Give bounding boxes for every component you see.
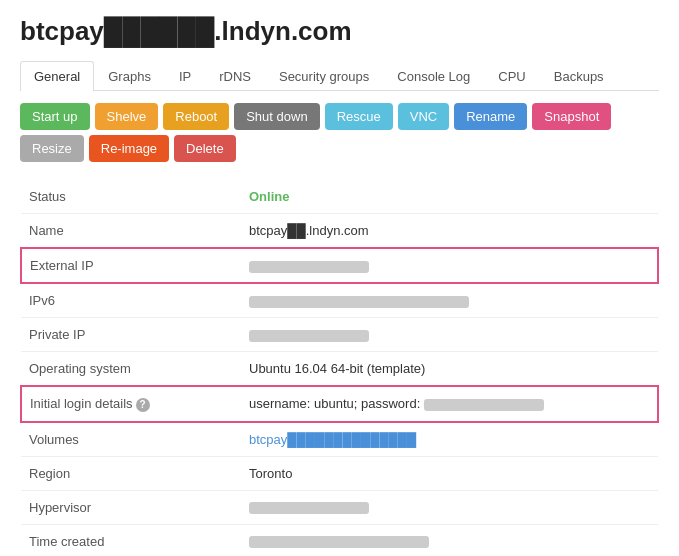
status-value: Online (241, 180, 658, 214)
time-created-label: Time created (21, 524, 241, 556)
vnc-button[interactable]: VNC (398, 103, 449, 130)
shelve-button[interactable]: Shelve (95, 103, 159, 130)
time-created-value (241, 524, 658, 556)
tab-rdns[interactable]: rDNS (205, 61, 265, 91)
tab-security-groups[interactable]: Security groups (265, 61, 383, 91)
re-image-button[interactable]: Re-image (89, 135, 169, 162)
shut-down-button[interactable]: Shut down (234, 103, 319, 130)
rescue-button[interactable]: Rescue (325, 103, 393, 130)
external-ip-value (241, 248, 658, 283)
name-value: btcpay██.lndyn.com (241, 214, 658, 249)
redacted-block (249, 296, 469, 308)
start-up-button[interactable]: Start up (20, 103, 90, 130)
os-label: Operating system (21, 352, 241, 387)
status-online-text: Online (249, 189, 289, 204)
volumes-label: Volumes (21, 422, 241, 457)
redacted-block (249, 536, 429, 548)
reboot-button[interactable]: Reboot (163, 103, 229, 130)
rename-button[interactable]: Rename (454, 103, 527, 130)
os-value: Ubuntu 16.04 64-bit (template) (241, 352, 658, 387)
tab-ip[interactable]: IP (165, 61, 205, 91)
login-details-text: username: ubuntu; password: (249, 396, 424, 411)
external-ip-label: External IP (21, 248, 241, 283)
hypervisor-value (241, 490, 658, 524)
tab-console-log[interactable]: Console Log (383, 61, 484, 91)
ipv6-value (241, 283, 658, 318)
volumes-link[interactable]: btcpay██████████████ (249, 432, 416, 447)
info-table: StatusOnlineNamebtcpay██.lndyn.comExtern… (20, 180, 659, 556)
snapshot-button[interactable]: Snapshot (532, 103, 611, 130)
status-label: Status (21, 180, 241, 214)
region-value: Toronto (241, 456, 658, 490)
delete-button[interactable]: Delete (174, 135, 236, 162)
volumes-value: btcpay██████████████ (241, 422, 658, 457)
login-details-help-icon[interactable]: ? (136, 398, 150, 412)
redacted-block (249, 330, 369, 342)
resize-button[interactable]: Resize (20, 135, 84, 162)
tab-general[interactable]: General (20, 61, 94, 91)
name-label: Name (21, 214, 241, 249)
page-title: btcpay██████.lndyn.com (20, 16, 659, 47)
hypervisor-label: Hypervisor (21, 490, 241, 524)
password-redacted (424, 399, 544, 411)
redacted-block (249, 261, 369, 273)
tab-backups[interactable]: Backups (540, 61, 618, 91)
private-ip-label: Private IP (21, 318, 241, 352)
action-buttons: Start upShelveRebootShut downRescueVNCRe… (20, 103, 659, 162)
private-ip-value (241, 318, 658, 352)
tab-graphs[interactable]: Graphs (94, 61, 165, 91)
ipv6-label: IPv6 (21, 283, 241, 318)
tab-cpu[interactable]: CPU (484, 61, 539, 91)
region-label: Region (21, 456, 241, 490)
login-details-value: username: ubuntu; password: (241, 386, 658, 422)
login-details-label: Initial login details? (21, 386, 241, 422)
tabs-bar: GeneralGraphsIPrDNSSecurity groupsConsol… (20, 61, 659, 91)
redacted-block (249, 502, 369, 514)
